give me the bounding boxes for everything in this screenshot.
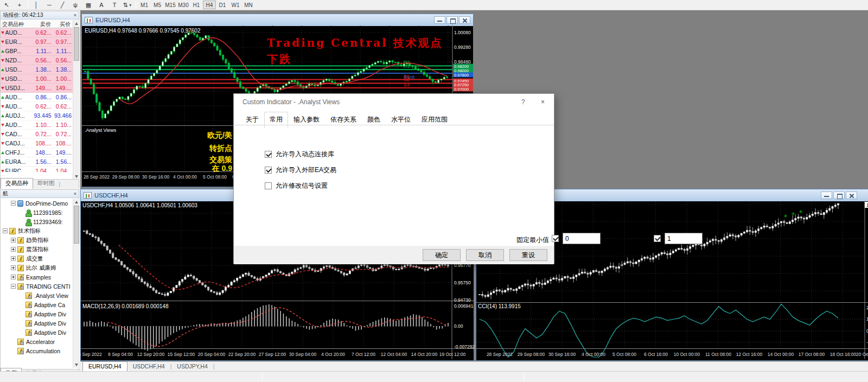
quote-row[interactable]: GBP...1.11...1.11... [1, 47, 73, 56]
column-bid[interactable]: 卖价 [32, 20, 53, 28]
close-icon[interactable]: × [541, 98, 545, 106]
scroll-down-icon[interactable] [73, 361, 80, 368]
dialog-tab[interactable]: 水平位 [386, 112, 416, 128]
close-icon[interactable]: × [74, 191, 76, 196]
quote-row[interactable]: CAD...0.72...0.72... [1, 130, 73, 139]
fibonacci-grid-tool-icon[interactable]: ▦ [82, 1, 95, 10]
fixed-min-checkbox[interactable] [552, 235, 559, 242]
tree-item[interactable]: f趋势指标 [1, 235, 73, 245]
timeframe-d1[interactable]: D1 [216, 1, 229, 9]
restore-icon[interactable] [446, 16, 458, 24]
close-icon[interactable] [846, 192, 857, 199]
timeframe-h4[interactable]: H4 [203, 1, 216, 9]
timeframe-m1[interactable]: M1 [138, 1, 151, 9]
quote-row[interactable]: USD...1.38...1.38... [1, 65, 73, 74]
arrows-tool-icon[interactable]: ⇅▼ [121, 1, 134, 10]
chart-tab[interactable]: USDCHF,H4 [127, 362, 170, 371]
text-label-tool-icon[interactable]: T [108, 1, 121, 10]
dialog-tab[interactable]: 依存关系 [325, 112, 362, 128]
dialog-tab[interactable]: 关于 [240, 112, 264, 128]
checkbox[interactable] [265, 151, 272, 158]
expand-icon[interactable] [11, 265, 16, 270]
tree-item[interactable]: fTRADING CENTI [1, 282, 73, 291]
quote-row[interactable]: EUR...0.97...0.97... [1, 37, 73, 47]
expand-icon[interactable] [11, 275, 16, 279]
quote-row[interactable]: USDJ...149....149.... [1, 84, 73, 93]
tree-item[interactable]: f成交量 [1, 254, 73, 263]
timeframe-m5[interactable]: M5 [151, 1, 164, 9]
collapse-icon[interactable] [3, 228, 8, 233]
scrollbar-thumb[interactable] [74, 27, 79, 61]
chart-tab[interactable]: USDJPY,H4 [171, 362, 213, 371]
tree-item[interactable]: DooPrime-Demo [1, 199, 73, 208]
tree-item[interactable]: f技术指标 [1, 226, 73, 235]
quote-row[interactable]: AUD...0.62...0.62... [1, 102, 73, 111]
quote-row[interactable]: AUD...0.62...0.62... [1, 28, 73, 37]
column-ask[interactable]: 买价 [53, 20, 72, 28]
timeframe-w1[interactable]: W1 [229, 1, 242, 9]
quote-row[interactable]: EURA...1.56...1.56... [1, 157, 73, 167]
quote-row[interactable]: USD...1.00...1.00... [1, 74, 73, 84]
close-icon[interactable] [459, 16, 470, 24]
crosshair-tool-icon[interactable]: + [13, 1, 26, 10]
help-icon[interactable]: ? [521, 98, 525, 106]
expand-icon[interactable] [11, 247, 16, 252]
timeframe-mn[interactable]: MN [242, 1, 255, 9]
quote-row[interactable]: AUD...0.86...0.86... [1, 93, 73, 102]
minimize-icon[interactable] [434, 16, 445, 24]
text-tool-icon[interactable]: A [95, 1, 108, 10]
quote-row[interactable]: EURC...1.04...1.04... [1, 167, 73, 172]
scroll-up-icon[interactable] [73, 199, 80, 205]
tree-item[interactable]: 112391985: [1, 208, 73, 217]
tree-item[interactable]: fExamples [1, 272, 73, 282]
market-watch-scrollbar[interactable] [73, 20, 79, 180]
tree-item[interactable]: f.Analyst View [1, 291, 73, 300]
collapse-icon[interactable] [11, 284, 16, 289]
expand-icon[interactable] [11, 238, 16, 243]
market-watch-tab[interactable]: 交易品种 [1, 178, 33, 189]
reset-button[interactable]: 重设 [509, 249, 547, 261]
quote-row[interactable]: AUDJ...93.44593.466 [1, 111, 73, 120]
tree-item[interactable]: fAdaptive Div [1, 309, 73, 319]
timeframe-h1[interactable]: H1 [190, 1, 203, 9]
dialog-tab[interactable]: 输入参数 [288, 112, 325, 128]
tree-item[interactable]: f震荡指标 [1, 245, 73, 254]
tree-item[interactable]: 112393469: [1, 217, 73, 226]
dialog-tab[interactable]: 应用范围 [416, 112, 453, 128]
andrews-pitchfork-tool-icon[interactable]: ψ [69, 1, 82, 10]
tree-item[interactable]: fAdaptive Ca [1, 300, 73, 309]
quote-row[interactable]: CHFJ...148....149.... [1, 148, 73, 157]
collapse-icon[interactable] [11, 201, 16, 206]
dialog-tab[interactable]: 颜色 [362, 112, 386, 128]
close-icon[interactable]: × [74, 12, 76, 18]
fixed-min-input[interactable] [563, 233, 601, 244]
dialog-tab[interactable]: 常用 [264, 112, 288, 128]
checkbox[interactable] [265, 167, 272, 174]
scrollbar-thumb[interactable] [74, 206, 79, 244]
tree-item[interactable]: f比尔 威廉姆 [1, 263, 73, 272]
tree-item[interactable]: fAccelerator [1, 337, 73, 346]
chart-tab[interactable]: EURUSD,H4 [82, 361, 127, 371]
fixed-max-input[interactable] [665, 233, 703, 244]
quote-row[interactable]: NZD...0.56...0.56... [1, 56, 73, 65]
expand-icon[interactable] [11, 256, 16, 261]
navigator-scrollbar[interactable] [73, 199, 79, 368]
minimize-icon[interactable] [821, 192, 832, 199]
tree-item[interactable]: fAdaptive Div [1, 319, 73, 328]
restore-icon[interactable] [833, 192, 845, 199]
timeframe-m15[interactable]: M15 [164, 1, 177, 9]
trendline-tool-icon[interactable]: ╱ [56, 1, 69, 10]
cancel-button[interactable]: 取消 [466, 249, 504, 261]
market-watch-tab[interactable]: 即时图 [33, 179, 59, 189]
window-eurusd-titlebar[interactable]: EURUSD,H4 [82, 14, 473, 26]
timeframe-m30[interactable]: M30 [177, 1, 190, 9]
quote-row[interactable]: CADJ...108....108.... [1, 139, 73, 148]
cursor-tool-icon[interactable]: ↖ [0, 1, 13, 10]
column-symbol[interactable]: 交易品种 [1, 20, 32, 28]
horizontal-line-tool-icon[interactable]: ─ [43, 1, 56, 10]
fixed-max-checkbox[interactable] [654, 235, 661, 242]
tree-item[interactable]: fAccumulation [1, 346, 73, 355]
vertical-line-tool-icon[interactable]: │ [30, 1, 43, 10]
quote-row[interactable]: AUD...1.10...1.10... [1, 120, 73, 130]
tree-item[interactable]: fAdaptive Div [1, 328, 73, 337]
